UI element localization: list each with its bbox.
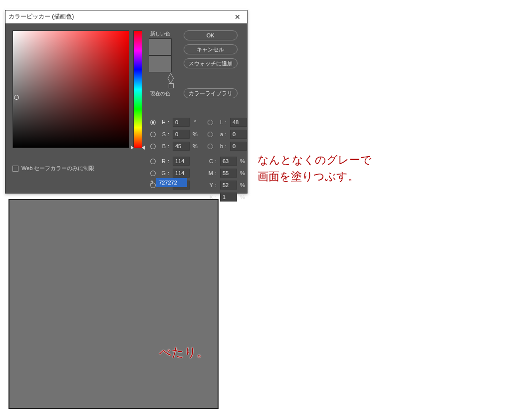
- colon: :: [168, 119, 171, 125]
- color-picker-dialog: カラーピッカー (描画色) ✕ 新しい色 現在の色 OK キャンセル: [5, 10, 248, 194]
- color-library-button[interactable]: カラーライブラリ: [184, 88, 238, 98]
- radio-g[interactable]: [150, 171, 156, 176]
- canvas-caption: べたり。: [159, 344, 209, 360]
- websafe-checkbox[interactable]: [12, 166, 18, 172]
- new-color-swatch[interactable]: [149, 38, 172, 55]
- websafe-label: Web セーフカラーのみに制限: [21, 165, 94, 172]
- label-g: G: [158, 170, 166, 176]
- unit-h: °: [192, 119, 199, 125]
- ok-button[interactable]: OK: [184, 30, 238, 40]
- close-button[interactable]: ✕: [231, 13, 244, 21]
- colon: :: [225, 143, 228, 149]
- dialog-body: 新しい色 現在の色 OK キャンセル スウォッチに追加 カラーライブラリ: [5, 23, 247, 193]
- colon: :: [168, 143, 171, 149]
- radio-l[interactable]: [208, 120, 213, 125]
- input-h[interactable]: [173, 118, 190, 127]
- input-g[interactable]: [173, 169, 190, 178]
- annotation-text: なんとなくのグレーで 画面を塗りつぶす。: [257, 152, 372, 185]
- label-r: R: [158, 158, 166, 164]
- radio-bv[interactable]: [150, 144, 156, 149]
- input-c[interactable]: [220, 157, 237, 166]
- hue-thumb-icon: [131, 146, 134, 150]
- unit-bv: %: [192, 143, 199, 149]
- radio-r[interactable]: [150, 159, 156, 164]
- gamut-warning-icon[interactable]: [168, 75, 174, 81]
- input-bv[interactable]: [173, 142, 190, 151]
- input-r[interactable]: [173, 157, 190, 166]
- label-s: S: [158, 131, 166, 137]
- label-h: H: [158, 119, 166, 125]
- titlebar: カラーピッカー (描画色) ✕: [5, 10, 247, 23]
- unit-y: %: [239, 182, 246, 188]
- input-l[interactable]: [230, 118, 247, 127]
- add-swatch-button[interactable]: スウォッチに追加: [184, 58, 238, 68]
- cancel-button[interactable]: キャンセル: [184, 44, 238, 54]
- radio-a[interactable]: [208, 132, 213, 137]
- current-color-swatch[interactable]: [149, 55, 172, 72]
- input-y[interactable]: [220, 181, 237, 190]
- label-m: M: [205, 170, 213, 176]
- radio-h[interactable]: [150, 120, 156, 125]
- hash-label: #: [150, 180, 153, 186]
- colon: :: [225, 131, 228, 137]
- colon: :: [168, 170, 171, 176]
- unit-s: %: [192, 131, 199, 137]
- websafe-row: Web セーフカラーのみに制限: [12, 165, 94, 172]
- hex-row: #: [150, 178, 187, 187]
- input-s[interactable]: [173, 130, 190, 139]
- colon: :: [215, 158, 218, 164]
- websafe-warning-icon[interactable]: [169, 83, 174, 88]
- hex-input[interactable]: [156, 178, 187, 187]
- colon: :: [215, 170, 218, 176]
- label-a: a: [215, 131, 223, 137]
- grey-canvas: べたり。: [8, 199, 219, 409]
- unit-k: %: [239, 194, 246, 200]
- unit-m: %: [239, 170, 246, 176]
- color-field[interactable]: [12, 30, 129, 148]
- radio-b[interactable]: [208, 144, 213, 149]
- annotation-line2: 画面を塗りつぶす。: [257, 168, 372, 185]
- label-l: L: [215, 119, 223, 125]
- colon: :: [215, 182, 218, 188]
- input-b[interactable]: [230, 142, 247, 151]
- dialog-title: カラーピッカー (描画色): [8, 12, 74, 21]
- annotation-line1: なんとなくのグレーで: [257, 152, 372, 168]
- input-a[interactable]: [230, 130, 247, 139]
- new-color-label: 新しい色: [150, 30, 170, 37]
- label-c: C: [205, 158, 213, 164]
- hue-slider[interactable]: [133, 30, 142, 148]
- input-m[interactable]: [220, 169, 237, 178]
- label-y: Y: [205, 182, 213, 188]
- radio-s[interactable]: [150, 132, 156, 137]
- color-field-indicator: [14, 95, 19, 100]
- input-k[interactable]: [220, 193, 237, 202]
- colon: :: [168, 131, 171, 137]
- label-bv: B: [158, 143, 166, 149]
- label-b: b: [215, 143, 223, 149]
- colon: :: [225, 119, 228, 125]
- current-color-label: 現在の色: [150, 90, 170, 97]
- colon: :: [168, 158, 171, 164]
- unit-c: %: [239, 158, 246, 164]
- hue-thumb-icon: [142, 146, 145, 150]
